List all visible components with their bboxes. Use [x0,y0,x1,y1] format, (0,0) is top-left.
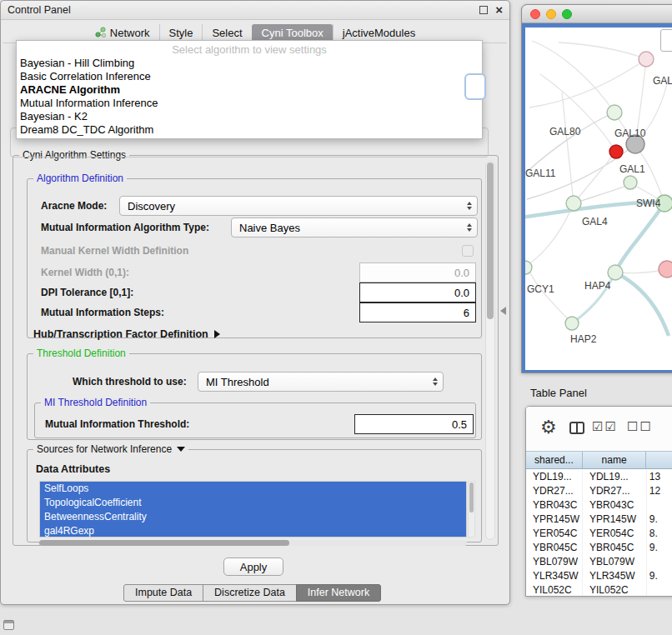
table-row[interactable]: YPR145WYPR145W9. [526,512,672,527]
network-window-titlebar[interactable] [522,5,672,23]
select-all-icon[interactable]: ☑☑ [592,419,618,434]
mi-threshold-field[interactable]: 0.5 [354,414,474,434]
table-row[interactable]: YER054CYER054C8. [526,527,672,541]
algorithm-option-bayesian-k2[interactable]: Bayesian - K2 [17,110,482,123]
attribute-list-item[interactable]: gal4RGexp [40,524,466,538]
apply-button[interactable]: Apply [223,558,283,576]
hub-definition-section[interactable]: Hub/Transcription Factor Definition [33,328,220,340]
column-header-name[interactable]: name [583,452,647,468]
table-cell: 8. [647,527,672,541]
expand-arrow-icon[interactable] [214,330,220,338]
mi-steps-field[interactable]: 6 [359,302,476,322]
network-node[interactable] [565,317,579,330]
aracne-mode-combo[interactable]: Discovery [119,196,478,216]
bottom-tab-discretize-data[interactable]: Discretize Data [203,584,297,602]
table-row[interactable]: YIL052CYIL052C [526,583,672,597]
mi-threshold-label: Mutual Information Threshold: [45,418,189,430]
close-traffic-light[interactable] [530,9,540,19]
attribute-list-hscrollbar[interactable] [39,540,467,546]
network-node[interactable] [659,261,672,278]
network-view-window: GAL80GAL10GAL11GAL1SWI4GAL4GCY1HAP4HAP2G… [521,4,672,373]
network-canvas[interactable]: GAL80GAL10GAL11GAL1SWI4GAL4GCY1HAP4HAP2G… [525,28,672,370]
table-row[interactable]: YDL19...YDL19...13 [526,470,672,484]
network-node[interactable] [566,196,581,211]
attribute-list[interactable]: SelfLoopsTopologicalCoefficientBetweenne… [39,481,467,538]
network-graph: GAL80GAL10GAL11GAL1SWI4GAL4GCY1HAP4HAP2G… [525,28,672,370]
settings-scrollbar[interactable] [485,161,495,540]
mi-steps-label: Mutual Information Steps: [41,307,164,318]
close-icon[interactable]: × [495,2,503,18]
dpi-tolerance-value: 0.0 [454,287,469,299]
network-node[interactable] [609,145,623,158]
table-cell: YPR145W [583,512,647,527]
network-icon [95,27,106,40]
gear-icon[interactable]: ⚙ [540,417,557,438]
minimize-traffic-light[interactable] [546,9,556,19]
bottom-tab-infer-network[interactable]: Infer Network [296,584,381,602]
mi-threshold-group-title: MI Threshold Definition [41,397,150,408]
algorithm-option-mutual-information-inference[interactable]: Mutual Information Inference [17,97,482,110]
attribute-list-item[interactable]: BetweennessCentrality [40,510,466,524]
table-row[interactable]: YDR27...YDR27...12 [526,484,672,498]
attribute-list-scrollbar[interactable] [468,481,475,538]
algorithm-option-basic-correlation-inference[interactable]: Basic Correlation Inference [17,70,482,83]
tab-cyni-toolbox[interactable]: Cyni Toolbox [252,24,333,42]
algorithm-option-aracne-algorithm[interactable]: ARACNE Algorithm [17,83,482,97]
restore-panel-icon[interactable] [3,620,14,630]
which-threshold-combo[interactable]: MI Threshold [198,372,444,392]
select-none-icon[interactable]: ☐☐ [627,419,653,434]
bottom-tab-impute-data[interactable]: Impute Data [123,584,203,602]
network-node[interactable] [608,265,623,280]
desktop: Control Panel × NetworkStyleSelectCyni T… [0,0,672,635]
node-label-gal80: GAL80 [549,126,581,138]
column-divider [576,423,578,432]
table-cell: 9. [647,512,672,527]
tab-select[interactable]: Select [202,24,251,42]
attribute-list-scrollbar-thumb[interactable] [469,482,474,512]
control-panel-titlebar[interactable]: Control Panel × [1,1,509,20]
float-window-icon[interactable] [479,6,488,14]
table-row[interactable]: YBR043CYBR043C [526,498,672,512]
tab-style[interactable]: Style [159,24,203,42]
node-label-gal11: GAL11 [525,168,556,179]
network-node[interactable] [607,105,622,120]
column-header-extra[interactable] [646,452,672,468]
attribute-list-item[interactable]: TopologicalCoefficient [40,496,466,510]
algorithm-option-bayesian-hill-climbing[interactable]: Bayesian - Hill Climbing [17,57,482,70]
network-node[interactable] [624,176,637,189]
tab-jactivemodules[interactable]: jActiveModules [333,24,424,42]
node-label-gal10: GAL10 [614,128,646,139]
attribute-list-item[interactable]: SelfLoops [40,482,466,496]
table-cell: YBR043C [583,498,647,512]
algorithm-option-dream8-dc-tdc-algorithm[interactable]: Dream8 DC_TDC Algorithm [17,123,482,137]
column-chooser-icon[interactable] [569,422,584,434]
panel-collapse-handle[interactable] [500,307,506,315]
dpi-tolerance-field[interactable]: 0.0 [359,282,476,302]
mini-window-titlebar [4,621,13,623]
table-row[interactable]: YBR045CYBR045C9. [526,541,672,555]
table-cell: YER054C [526,527,583,541]
data-attributes-label: Data Attributes [36,463,110,475]
table-cell: YDL19... [583,470,647,484]
collapse-arrow-icon[interactable] [177,447,185,452]
node-label-gcy1: GCY1 [527,283,554,295]
table-cell: YBR045C [583,541,647,555]
settings-scrollbar-thumb[interactable] [487,162,494,319]
mi-type-combo[interactable]: Naive Bayes [231,218,478,238]
tab-label: Select [212,27,242,39]
table-cell: YLR345W [583,569,647,583]
table-row[interactable]: YLR345WYLR345W9. [526,569,672,583]
sources-group-title[interactable]: Sources for Network Inference [33,443,188,455]
table-cell: 13 [647,470,672,484]
threshold-definition-group: Threshold Definition Which threshold to … [27,353,482,440]
network-node[interactable] [639,52,654,67]
attribute-list-hscrollbar-thumb[interactable] [39,540,289,546]
table-cell: YLR345W [526,569,583,583]
dpi-tolerance-label: DPI Tolerance [0,1]: [41,287,133,298]
table-row[interactable]: YBL079WYBL079W [526,555,672,569]
mi-type-value: Naive Bayes [239,222,300,234]
zoom-traffic-light[interactable] [562,9,572,19]
cyni-algorithm-settings-group: Cyni Algorithm Settings Algorithm Defini… [13,155,499,546]
column-header-shared-[interactable]: shared... [526,452,583,468]
tab-label: jActiveModules [343,27,415,39]
